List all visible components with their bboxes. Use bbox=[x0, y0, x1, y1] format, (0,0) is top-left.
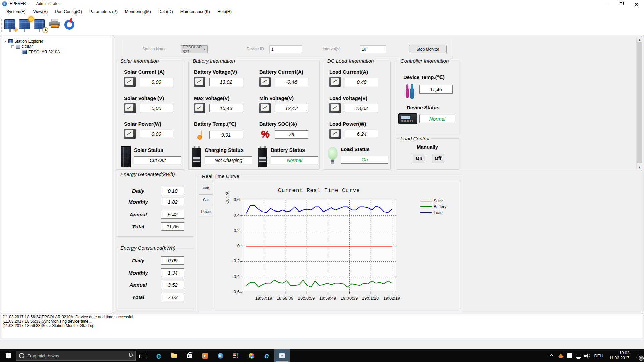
video-player-app[interactable]: ▶ bbox=[213, 349, 228, 362]
group-title: Battery Information bbox=[191, 58, 236, 64]
speaker-icon bbox=[584, 353, 590, 358]
start-button[interactable] bbox=[0, 349, 16, 362]
tree-item-epsolar-3210a[interactable]: EPSOLAR 3210A bbox=[22, 49, 60, 55]
solar-information-group: Solar Information Solar Current (A) 0,00… bbox=[116, 61, 184, 170]
menu-maintenance[interactable]: Maintenance(K) bbox=[177, 8, 214, 15]
scroll-up-arrow[interactable]: ▲ bbox=[637, 37, 642, 42]
status-value: Cut Out bbox=[134, 156, 181, 164]
min-voltage-field: Min Voltage(V) 12,42 bbox=[259, 95, 310, 113]
menu-view[interactable]: View(V) bbox=[30, 8, 52, 15]
main-panel: Station Name EPSOLAR 321 ▼ Device ID 1 I… bbox=[113, 36, 642, 313]
internet-explorer-app[interactable]: e bbox=[259, 349, 274, 362]
tab-volt[interactable]: Volt. bbox=[199, 183, 214, 193]
solar-panel-icon bbox=[19, 19, 30, 29]
x-tick-label: 19:00:39 bbox=[341, 296, 358, 301]
group-title: Solar Information bbox=[119, 58, 160, 64]
collapse-icon[interactable]: - bbox=[4, 40, 7, 43]
menu-parameters[interactable]: Parameters (P) bbox=[86, 8, 121, 15]
task-view-button[interactable] bbox=[136, 349, 151, 362]
taskbar: Frag mich etwas e ▶ ▶ e ≈ DEU 19:02 11.0… bbox=[0, 349, 644, 362]
legend-item: Load bbox=[420, 210, 446, 215]
file-explorer-app[interactable] bbox=[166, 349, 182, 362]
taskbar-search[interactable]: Frag mich etwas bbox=[16, 351, 136, 361]
taskbar-clock[interactable]: 19:02 11.03.2017 bbox=[606, 351, 633, 361]
max-voltage-field: Max Voltage(V) 15,43 bbox=[194, 95, 244, 113]
controller-icon bbox=[398, 113, 417, 124]
tray-app-square[interactable] bbox=[565, 349, 574, 362]
interval-input[interactable]: 10 bbox=[360, 45, 386, 53]
field-label: Load Current(A) bbox=[329, 69, 380, 75]
legend-label: Load bbox=[434, 210, 443, 215]
minimize-button[interactable] bbox=[598, 0, 613, 7]
status-label: Load Status bbox=[341, 146, 388, 152]
station-name-label: Station Name bbox=[142, 47, 167, 51]
menu-data[interactable]: Data(D) bbox=[155, 8, 177, 15]
log-panel: [11.03.2017 18:56:34]EPSOLAR 3210A: Devi… bbox=[1, 314, 643, 338]
action-center-button[interactable]: 12 bbox=[633, 349, 644, 362]
stop-monitor-button[interactable]: Stop Monitor bbox=[409, 45, 447, 53]
scroll-down-arrow[interactable]: ▼ bbox=[637, 164, 642, 170]
device-time-button[interactable] bbox=[34, 18, 47, 33]
load-on-button[interactable]: On bbox=[413, 154, 425, 163]
menu-help[interactable]: Help(H) bbox=[214, 8, 235, 15]
field-value: 13,02 bbox=[345, 104, 378, 112]
microphone-icon[interactable] bbox=[128, 353, 132, 359]
app-grid-app[interactable] bbox=[228, 349, 244, 362]
media-player-app[interactable]: ▶ bbox=[197, 349, 213, 362]
tab-cur[interactable]: Cur. bbox=[199, 194, 214, 205]
field-label: Load Voltage(V) bbox=[329, 95, 380, 101]
field-label: Solar Voltage (V) bbox=[124, 95, 174, 101]
battery-icon bbox=[192, 148, 201, 167]
load-off-button[interactable]: Off bbox=[432, 154, 444, 163]
row-value: 0,09 bbox=[161, 256, 184, 265]
station-monitor-button[interactable] bbox=[19, 18, 32, 33]
y-tick-label: -0,4 bbox=[213, 274, 240, 279]
exit-button[interactable] bbox=[63, 18, 76, 33]
menu-monitoring[interactable]: Monitoring(M) bbox=[121, 8, 155, 15]
device-icon bbox=[22, 50, 27, 54]
station-icon bbox=[8, 39, 13, 43]
tray-volume[interactable] bbox=[583, 349, 591, 362]
device-id-input[interactable]: 1 bbox=[269, 45, 302, 53]
internet-explorer-icon: e bbox=[264, 352, 269, 360]
station-name-combo[interactable]: EPSOLAR 321 ▼ bbox=[181, 45, 208, 53]
tree-item-label: COM4 bbox=[22, 44, 34, 49]
add-station-button[interactable]: + bbox=[4, 18, 17, 33]
print-button[interactable] bbox=[48, 18, 62, 33]
language-indicator[interactable]: DEU bbox=[591, 353, 606, 358]
y-tick-label: 0 bbox=[213, 243, 240, 248]
store-app[interactable] bbox=[182, 349, 197, 362]
video-player-icon: ▶ bbox=[218, 353, 223, 359]
clock-date: 11.03.2017 bbox=[609, 356, 629, 361]
device-status-label: Device Status bbox=[407, 105, 439, 110]
tray-antivirus[interactable] bbox=[556, 349, 565, 362]
tab-power[interactable]: Power bbox=[199, 206, 214, 217]
tree-item-station-explorer[interactable]: - Station Explorer bbox=[4, 39, 43, 44]
tree-item-com4[interactable]: - COM4 bbox=[11, 44, 34, 49]
menu-system[interactable]: System(F) bbox=[3, 8, 30, 15]
rtc-legend: SolarBatteryLoad bbox=[420, 199, 446, 216]
plot-area bbox=[242, 200, 396, 292]
log-line: [11.03.2017 18:56:34]EPSOLAR 3210A: Devi… bbox=[3, 315, 641, 319]
panel-divider bbox=[113, 170, 642, 171]
tray-network[interactable] bbox=[574, 349, 583, 362]
tray-chevron-button[interactable] bbox=[548, 349, 556, 362]
group-title: Load Control bbox=[399, 136, 431, 141]
menu-port-config[interactable]: Port Config(C) bbox=[51, 8, 86, 15]
collapse-icon[interactable]: - bbox=[11, 45, 14, 48]
device-id-value: 1 bbox=[271, 47, 274, 52]
chart-title: Current Real Time Curve bbox=[242, 188, 396, 194]
chrome-app[interactable] bbox=[244, 349, 259, 362]
epever-app-active[interactable]: ≈ bbox=[274, 349, 290, 362]
cortana-icon bbox=[19, 353, 24, 358]
restore-button[interactable] bbox=[613, 0, 629, 7]
scrollbar-thumb[interactable] bbox=[637, 42, 642, 163]
energy-generated-group: Energy Generated(kWh) Daily0,18 Monthly1… bbox=[116, 174, 194, 237]
close-button[interactable] bbox=[629, 0, 644, 7]
gauge-icon bbox=[124, 103, 136, 113]
field-value: 12,42 bbox=[275, 104, 308, 112]
field-value: 15,43 bbox=[209, 104, 243, 112]
row-value: 7,63 bbox=[161, 293, 184, 301]
edge-app[interactable]: e bbox=[151, 349, 166, 362]
vertical-scrollbar[interactable]: ▲ ▼ bbox=[636, 37, 642, 170]
